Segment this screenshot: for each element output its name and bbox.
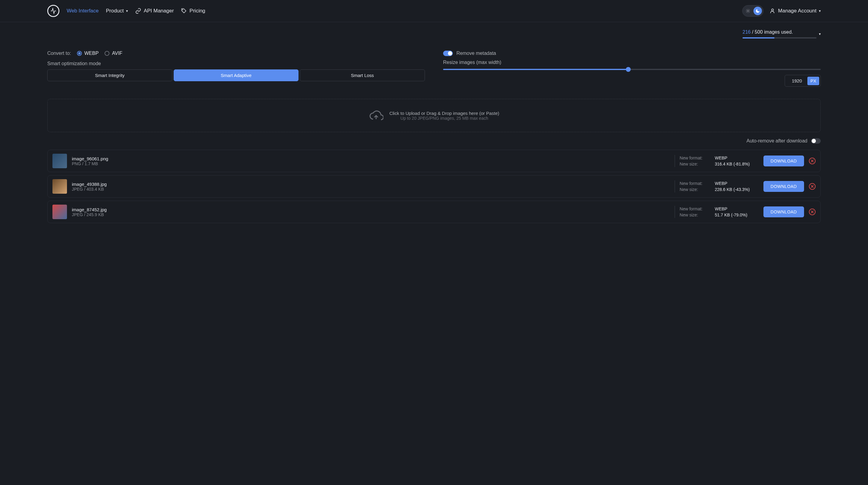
resize-label: Resize images (max width) <box>443 60 821 65</box>
file-row: image_96061.png PNG / 1.7 MB New format:… <box>47 150 821 172</box>
file-meta: PNG / 1.7 MB <box>72 161 670 166</box>
logo-icon <box>50 7 57 14</box>
close-icon <box>811 185 814 188</box>
format-value: WEBP <box>715 206 758 211</box>
cloud-upload-icon <box>369 108 383 123</box>
logo[interactable] <box>47 5 59 17</box>
mode-adaptive[interactable]: Smart Adaptive <box>174 69 299 81</box>
file-list: image_96061.png PNG / 1.7 MB New format:… <box>47 150 821 223</box>
auto-remove-toggle[interactable] <box>811 138 821 144</box>
usage-text: 216 / 500 images used. <box>743 29 816 35</box>
format-label: New format: <box>680 206 710 211</box>
remove-button[interactable] <box>809 183 815 190</box>
svg-point-1 <box>747 10 749 11</box>
download-button[interactable]: DOWNLOAD <box>764 155 804 166</box>
usage-wrap: 216 / 500 images used. <box>743 29 816 38</box>
convert-label: Convert to: <box>47 51 71 56</box>
nav-product-label: Product <box>106 8 124 14</box>
close-icon <box>811 210 814 213</box>
file-info: image_96061.png PNG / 1.7 MB <box>72 156 670 166</box>
mode-loss[interactable]: Smart Loss <box>300 69 425 81</box>
file-row: image_49388.jpg JPEG / 403.4 KB New form… <box>47 175 821 198</box>
nav-api-label: API Manager <box>144 8 174 14</box>
mode-integrity[interactable]: Smart Integrity <box>47 69 173 81</box>
optimization-label: Smart optimization mode <box>47 61 425 66</box>
dark-mode-button[interactable] <box>753 7 762 15</box>
nav-pricing[interactable]: Pricing <box>181 8 205 14</box>
format-value: WEBP <box>715 155 758 160</box>
controls: Convert to: WEBP AVIF Smart optimization… <box>47 51 821 87</box>
format-radio-group: WEBP AVIF <box>77 51 122 56</box>
optimization-segmented: Smart Integrity Smart Adaptive Smart Los… <box>47 69 425 81</box>
file-name: image_96061.png <box>72 156 670 161</box>
metadata-toggle[interactable] <box>443 51 453 56</box>
file-row: image_87452.jpg JPEG / 245.9 KB New form… <box>47 201 821 223</box>
file-info: image_87452.jpg JPEG / 245.9 KB <box>72 207 670 217</box>
resize-slider[interactable] <box>443 69 821 70</box>
nav-api-manager[interactable]: API Manager <box>135 8 174 14</box>
control-right: Remove metadata Resize images (max width… <box>443 51 821 87</box>
download-button[interactable]: DOWNLOAD <box>764 206 804 217</box>
file-thumbnail <box>53 205 67 219</box>
chevron-down-icon[interactable]: ▾ <box>819 32 821 36</box>
svg-point-0 <box>182 9 183 10</box>
format-value: WEBP <box>715 181 758 186</box>
radio-webp[interactable]: WEBP <box>77 51 98 56</box>
file-meta: JPEG / 403.4 KB <box>72 187 670 191</box>
file-name: image_87452.jpg <box>72 207 670 212</box>
size-value: 51.7 KB (-79.0%) <box>715 212 758 217</box>
chevron-down-icon: ▾ <box>126 9 128 13</box>
format-label: New format: <box>680 181 710 186</box>
dropzone-main: Click to Upload or Drag & Drop images he… <box>390 111 499 116</box>
svg-point-2 <box>772 9 774 11</box>
remove-button[interactable] <box>809 158 815 164</box>
resize-value-input[interactable] <box>786 77 807 85</box>
size-label: New size: <box>680 212 710 217</box>
header-right: Manage Account ▾ <box>742 5 821 17</box>
slider-input-wrap: PX <box>443 75 821 87</box>
download-button[interactable]: DOWNLOAD <box>764 181 804 192</box>
dropzone-text: Click to Upload or Drag & Drop images he… <box>390 111 499 121</box>
radio-webp-indicator <box>77 51 82 56</box>
account-label: Manage Account <box>778 8 816 14</box>
size-value: 228.6 KB (-43.3%) <box>715 187 758 192</box>
divider <box>675 155 675 167</box>
tag-icon <box>181 8 187 14</box>
size-label: New size: <box>680 187 710 192</box>
light-mode-button[interactable] <box>744 7 752 15</box>
metadata-label: Remove metadata <box>457 51 496 56</box>
file-thumbnail <box>53 154 67 168</box>
usage-total: / 500 images used. <box>751 29 793 35</box>
radio-avif[interactable]: AVIF <box>104 51 122 56</box>
convert-row: Convert to: WEBP AVIF <box>47 51 425 56</box>
metadata-row: Remove metadata <box>443 51 821 56</box>
radio-avif-label: AVIF <box>112 51 122 56</box>
slider-thumb[interactable] <box>626 67 631 72</box>
file-name: image_49388.jpg <box>72 182 670 187</box>
main-container: 216 / 500 images used. ▾ Convert to: WEB… <box>0 22 868 234</box>
nav-product[interactable]: Product ▾ <box>106 8 128 14</box>
user-icon <box>770 8 776 14</box>
usage-count: 216 <box>743 29 751 35</box>
nav-web-interface[interactable]: Web Interface <box>67 8 99 14</box>
theme-toggle[interactable] <box>742 5 764 17</box>
nav-pricing-label: Pricing <box>189 8 205 14</box>
manage-account[interactable]: Manage Account ▾ <box>770 8 821 14</box>
file-meta: JPEG / 245.9 KB <box>72 212 670 217</box>
file-info: image_49388.jpg JPEG / 403.4 KB <box>72 182 670 191</box>
link-icon <box>135 8 141 14</box>
remove-button[interactable] <box>809 209 815 215</box>
usage-section: 216 / 500 images used. ▾ <box>47 29 821 38</box>
file-thumbnail <box>53 179 67 194</box>
slider-fill <box>443 69 628 70</box>
chevron-down-icon: ▾ <box>819 9 821 13</box>
size-label: New size: <box>680 161 710 166</box>
file-result: New format: WEBP New size: 316.4 KB (-81… <box>680 155 758 166</box>
upload-dropzone[interactable]: Click to Upload or Drag & Drop images he… <box>47 99 821 132</box>
usage-bar <box>743 37 816 38</box>
file-result: New format: WEBP New size: 51.7 KB (-79.… <box>680 206 758 217</box>
divider <box>675 180 675 192</box>
auto-remove-label: Auto-remove after download <box>746 138 807 144</box>
resize-unit: PX <box>807 77 819 85</box>
close-icon <box>811 159 814 162</box>
